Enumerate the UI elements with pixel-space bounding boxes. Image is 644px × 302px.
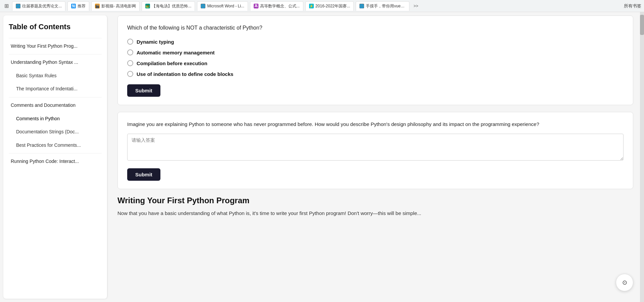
section-text: Now that you have a basic understanding … [117,209,633,217]
sidebar-item-writing[interactable]: Writing Your First Python Prog... [9,40,102,53]
floating-btn-icon: ⊙ [622,279,627,286]
section-heading: Writing Your First Python Program [117,196,633,205]
table-of-contents-sidebar: Table of Contents Writing Your First Pyt… [3,15,107,299]
more-tabs-button[interactable]: >> [411,4,420,8]
scrollbar-thumb [640,15,644,35]
sidebar-title: Table of Contents [9,22,102,32]
option-row-3[interactable]: Compilation before execution [127,60,624,66]
option-row-2[interactable]: Automatic memory management [127,49,624,55]
option-label-3: Compilation before execution [137,60,207,66]
question-2-text: Imagine you are explaining Python to som… [127,120,624,128]
tab-2[interactable]: 🎬 影视猫- 高清电影网 [91,1,140,11]
tab-6[interactable]: ⚡ 2016-2022年国赛... [305,1,354,11]
tab-4[interactable]: 🌐 Microsoft Word - Li... [197,1,248,11]
grid-icon[interactable]: ⊞ [3,2,10,10]
page-body: Table of Contents Writing Your First Pyt… [0,12,644,302]
tab-5[interactable]: 高 高等数学概念、公式... [250,1,303,11]
option-label-2: Automatic memory management [137,50,215,55]
option-row-4[interactable]: Use of indentation to define code blocks [127,71,624,77]
section-heading-area: Writing Your First Python Program Now th… [117,196,633,217]
sidebar-item-docstrings[interactable]: Documentation Strings (Doc... [9,125,102,139]
sidebar-item-syntax[interactable]: Understanding Python Syntax ... [9,56,102,69]
radio-opt4[interactable] [127,71,133,77]
tab-0[interactable]: 🌐 往届赛题及优秀论文... [12,1,65,11]
option-label-4: Use of indentation to define code blocks [137,71,233,77]
main-content: Which of the following is NOT a characte… [111,12,640,302]
tab-3[interactable]: 🐢 【海龟汤】优质恐怖... [142,1,195,11]
radio-opt3[interactable] [127,60,133,66]
option-row-1[interactable]: Dynamic typing [127,39,624,45]
sidebar-item-indentation[interactable]: The Importance of Indentati... [9,82,102,96]
radio-opt1[interactable] [127,39,133,45]
sidebar-item-running[interactable]: Running Python Code: Interact... [9,155,102,168]
sidebar-item-best-practices[interactable]: Best Practices for Comments... [9,139,102,152]
question-card-2: Imagine you are explaining Python to som… [117,112,633,189]
bookmarks-button[interactable]: 所有书签 [624,3,641,9]
sidebar-item-comments-python[interactable]: Comments in Python [9,112,102,126]
answer-textarea[interactable] [127,134,624,161]
browser-chrome: ⊞ 🌐 往届赛题及优秀论文... 知 推荐 🎬 影视猫- 高清电影网 🐢 【海龟… [0,0,644,12]
tab-1[interactable]: 知 推荐 [67,1,89,11]
option-label-1: Dynamic typing [137,39,174,45]
sidebar-item-comments-docs[interactable]: Comments and Documentation [9,99,102,112]
submit-button-2[interactable]: Submit [127,168,160,181]
question-card-1: Which of the following is NOT a characte… [117,15,633,105]
right-scrollbar[interactable] [640,12,644,302]
question-1-text: Which of the following is NOT a characte… [127,24,624,32]
radio-opt2[interactable] [127,49,133,55]
floating-action-button[interactable]: ⊙ [616,274,633,291]
sidebar-item-basic-syntax[interactable]: Basic Syntax Rules [9,69,102,83]
tab-7[interactable]: 🌐 手摸手，带你用vue搞... [356,1,409,11]
submit-button-1[interactable]: Submit [127,84,160,97]
